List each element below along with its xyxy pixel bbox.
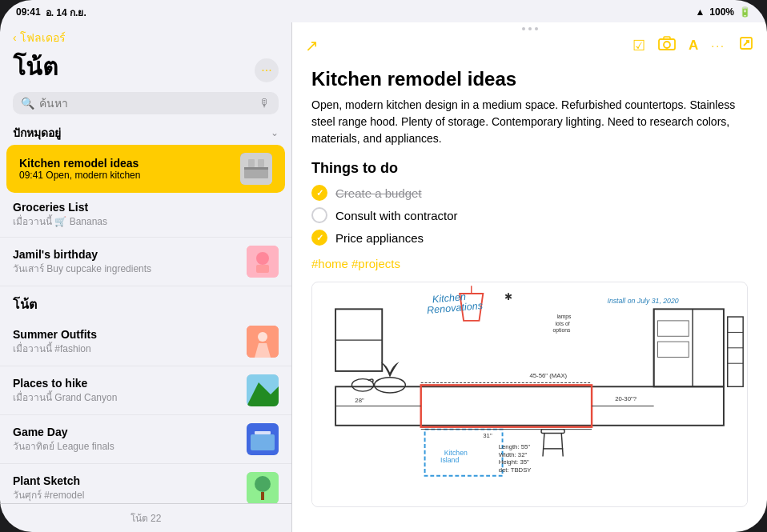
note-preview: วันศุกร์ #remodel [13,487,239,502]
search-input[interactable] [39,97,255,110]
note-main-title: Kitchen remodel ideas [311,68,748,90]
drag-dot [528,27,532,30]
compose-icon[interactable] [738,35,754,55]
back-label: โฟลเดอร์ [20,29,66,46]
svg-text:lots of: lots of [555,321,569,326]
note-item-plant[interactable]: Plant Sketch วันศุกร์ #remodel [0,464,291,503]
header-row: โน้ต ··· [13,48,279,86]
pinned-notes-list: Kitchen remodel ideas 09:41 Open, modern… [0,145,291,503]
more-options-icon[interactable]: ··· [711,39,725,52]
drag-handle [522,27,538,30]
page-title: โน้ต [13,48,58,86]
note-preview: เมื่อวานนี้ #fashion [13,341,239,356]
note-content: Kitchen remodel ideas Open, modern kitch… [292,62,767,532]
note-thumbnail [247,246,279,278]
status-bar: 09:41 อ. 14 ก.ย. ▲ 100% 🔋 [0,0,767,22]
svg-rect-2 [244,167,268,170]
pinned-section-header: ปักหมุดอยู่ ⌄ [0,124,291,142]
main-container: ‹ โฟลเดอร์ โน้ต ··· 🔍 🎙 ปักหมุดอยู่ ⌄ [0,22,767,532]
note-item-game[interactable]: Game Day วันอาทิตย์ League finals [0,415,291,464]
svg-rect-1 [244,169,268,178]
notes-section-title: โน้ต [13,298,37,311]
note-text: Jamil's birthday วันเสาร์ Buy cupcake in… [13,248,239,276]
status-bar-left: 09:41 อ. 14 ก.ย. [16,5,86,20]
checklist-icon[interactable]: ☑ [632,37,645,54]
note-preview: เมื่อวานนี้ 🛒 Bananas [13,214,279,229]
date: อ. 14 ก.ย. [46,5,86,20]
note-text: Plant Sketch วันศุกร์ #remodel [13,474,239,502]
note-title: Places to hike [13,377,239,390]
note-thumbnail [240,153,272,185]
svg-text:Width: 32": Width: 32" [499,451,528,458]
svg-text:✱: ✱ [504,291,512,302]
markup-icon[interactable]: A [689,38,698,54]
svg-text:Install on July 31, 2020: Install on July 31, 2020 [607,297,678,305]
svg-text:31": 31" [483,432,492,439]
svg-rect-3 [248,159,255,167]
svg-text:28": 28" [355,397,364,404]
right-panel: ↗ ☑ A ··· [292,22,767,532]
svg-text:options: options [553,327,571,334]
sketch-area: Kitchen Island Length: 55" Width: 32" He… [311,282,748,507]
svg-point-16 [255,476,271,492]
note-item-groceries[interactable]: Groceries List เมื่อวานนี้ 🛒 Bananas [0,193,291,238]
svg-text:lamps: lamps [556,314,572,320]
back-button[interactable]: ‹ โฟลเดอร์ [13,29,279,46]
drag-dot [535,27,538,30]
check-circle-budget [311,185,327,201]
svg-point-26 [664,42,670,48]
checklist-label-appliances: Price appliances [335,231,424,245]
note-title: Game Day [13,426,239,438]
checklist-item-appliances[interactable]: Price appliances [311,230,748,246]
svg-text:det: TBDSY: det: TBDSY [499,466,532,474]
note-preview: วันเสาร์ Buy cupcake ingredients [13,261,239,276]
pinned-chevron-icon[interactable]: ⌄ [271,127,279,138]
note-thumbnail [247,423,279,455]
svg-rect-27 [664,37,670,39]
note-body-text: Open, modern kitchen design in a medium … [311,97,748,147]
note-preview: 09:41 Open, modern kitchen [19,170,232,181]
note-item-summer[interactable]: Summer Outfits เมื่อวานนี้ #fashion [0,318,291,366]
battery-icon: 🔋 [739,6,751,18]
svg-text:Island: Island [440,456,459,464]
note-text: Places to hike เมื่อวานนี้ Grand Canyon [13,377,239,405]
checklist-label-contractor: Consult with contractor [335,209,458,222]
note-item-kitchen[interactable]: Kitchen remodel ideas 09:41 Open, modern… [6,145,285,193]
right-toolbar: ↗ ☑ A ··· [292,32,767,62]
note-item-jamil[interactable]: Jamil's birthday วันเสาร์ Buy cupcake in… [0,238,291,286]
drag-dot [522,27,525,30]
checklist-label-budget: Create a budget [335,186,422,200]
note-text: Summer Outfits เมื่อวานนี้ #fashion [13,328,239,356]
tags[interactable]: #home #projects [311,257,748,270]
more-options-button[interactable]: ··· [255,58,279,82]
drag-handle-area [292,22,767,32]
svg-text:45-56" (MAX): 45-56" (MAX) [530,372,568,379]
checklist-item-budget[interactable]: Create a budget [311,185,748,201]
note-item-hike[interactable]: Places to hike เมื่อวานนี้ Grand Canyon [0,366,291,415]
search-icon: 🔍 [21,97,34,110]
svg-rect-17 [261,492,264,500]
expand-icon[interactable]: ↗ [305,36,319,55]
notes-section-header: โน้ต [0,286,291,318]
wifi-icon: ▲ [695,6,705,18]
battery-label: 100% [709,6,734,18]
note-text: Kitchen remodel ideas 09:41 Open, modern… [19,157,232,181]
more-icon: ··· [261,63,271,78]
camera-icon[interactable] [658,36,676,54]
checklist-item-contractor[interactable]: Consult with contractor [311,207,748,223]
note-thumbnail [247,374,279,406]
pinned-section-title: ปักหมุดอยู่ [13,124,61,142]
toolbar-left: ↗ [305,36,319,55]
back-chevron-icon: ‹ [13,31,17,44]
search-bar[interactable]: 🔍 🎙 [13,92,279,114]
left-panel: ‹ โฟลเดอร์ โน้ต ··· 🔍 🎙 ปักหมุดอยู่ ⌄ [0,22,292,532]
note-text: Groceries List เมื่อวานนี้ 🛒 Bananas [13,201,279,229]
mic-icon[interactable]: 🎙 [259,97,271,110]
toolbar-right: ☑ A ··· [632,35,754,55]
svg-text:Height: 35": Height: 35" [499,458,529,466]
svg-point-9 [258,332,267,342]
note-thumbnail [247,472,279,503]
svg-rect-7 [256,265,269,273]
check-circle-contractor [311,207,327,223]
time: 09:41 [16,6,41,18]
